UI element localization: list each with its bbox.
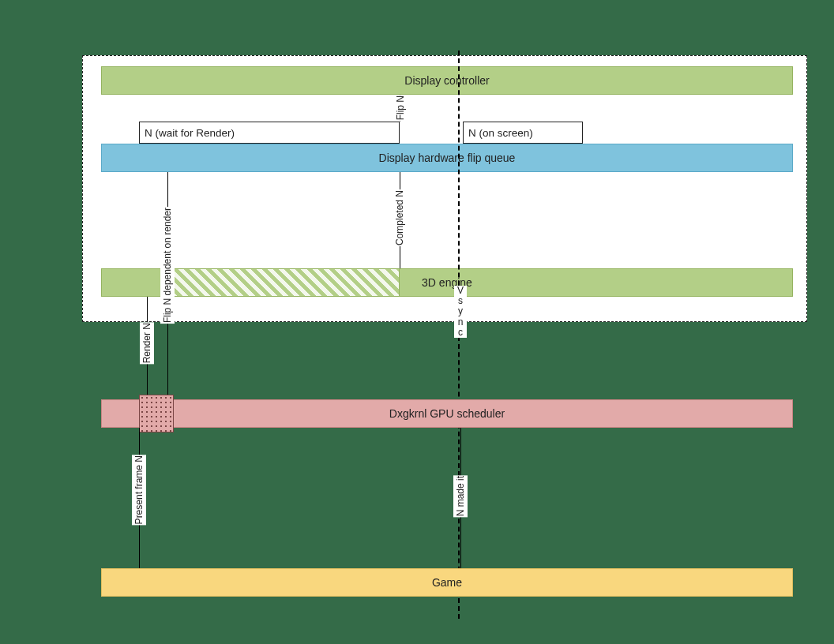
lane-scheduler: Dxgkrnl GPU scheduler bbox=[101, 399, 793, 428]
lane-label: Game bbox=[432, 576, 462, 589]
render-work-3d bbox=[171, 268, 400, 297]
lane-flip-queue: Display hardware flip queue bbox=[101, 144, 793, 172]
lane-game: Game bbox=[101, 568, 793, 597]
box-wait-render: N (wait for Render) bbox=[139, 122, 400, 144]
box-on-screen: N (on screen) bbox=[463, 122, 583, 144]
label-n-made-it: N made it bbox=[453, 475, 468, 517]
label-flip-n: Flip N bbox=[393, 95, 408, 121]
scheduler-work bbox=[139, 395, 174, 432]
label-vsync: V s y n c bbox=[454, 286, 467, 338]
label-render-n: Render N bbox=[140, 322, 154, 364]
label-flip-n-dep: Flip N dependent on render bbox=[160, 207, 175, 324]
lane-display-controller: Display controller bbox=[101, 66, 793, 95]
diagram-canvas: Display controller Display hardware flip… bbox=[0, 0, 834, 644]
lane-label: Dxgkrnl GPU scheduler bbox=[389, 407, 505, 420]
label-present-frame-n: Present frame N bbox=[132, 455, 146, 525]
lane-label: Display hardware flip queue bbox=[379, 152, 516, 164]
lane-label: Display controller bbox=[404, 74, 489, 87]
label-completed-n: Completed N bbox=[393, 189, 407, 246]
